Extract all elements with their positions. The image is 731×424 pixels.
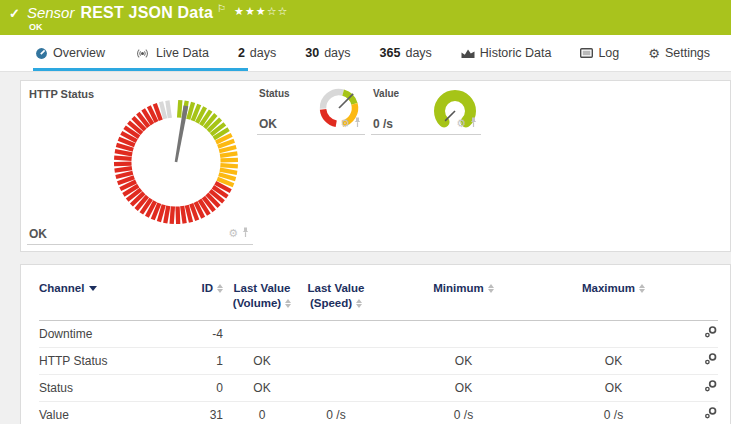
minimum-value: [371, 320, 556, 347]
tab-number: 2: [238, 46, 245, 60]
sort-both-icon: [488, 284, 494, 293]
log-icon: [580, 48, 593, 58]
tab-2-days[interactable]: 2days: [238, 46, 276, 60]
gauge-icon: [35, 47, 48, 60]
channel-value: OK: [29, 227, 47, 241]
last-value-volume: OK: [223, 347, 301, 374]
cog-icon: ⚙: [648, 47, 660, 60]
tab-label: days: [324, 46, 350, 60]
channel-value: 0 /s: [373, 117, 393, 131]
http-status-gauge: [111, 97, 241, 227]
minimum-value: OK: [371, 347, 556, 374]
stars-filled: ★★★: [234, 5, 267, 17]
channel-label: HTTP Status: [29, 88, 94, 100]
sensor-header: ✓ Sensor REST JSON Data ⚐ ★★★☆☆ OK: [0, 0, 731, 35]
pin-icon[interactable]: [469, 114, 478, 132]
channel-id: -4: [171, 320, 223, 347]
flag-icon[interactable]: ⚐: [217, 3, 226, 14]
channel-cell-value: Value 0 /s ⚙: [371, 85, 481, 135]
gear-icon[interactable]: ⚙: [340, 118, 350, 129]
tab-settings[interactable]: ⚙Settings: [648, 46, 710, 60]
tab-bar: OverviewLive Data2days30days365daysHisto…: [0, 35, 731, 72]
tab-number: 30: [305, 46, 319, 60]
last-value-speed: [301, 374, 371, 401]
channel-name: Status: [39, 374, 171, 401]
status-check-icon: ✓: [9, 6, 20, 21]
sort-both-icon: [356, 299, 362, 308]
tab-number: 365: [380, 46, 401, 60]
sort-desc-icon: [89, 286, 97, 291]
tab-label: Settings: [665, 46, 710, 60]
column-header-last-value[interactable]: Last Value(Speed): [301, 275, 371, 320]
tab-label: days: [405, 46, 431, 60]
gear-icon[interactable]: ⚙: [228, 228, 238, 239]
pin-icon[interactable]: [241, 224, 250, 242]
tab-log[interactable]: Log: [580, 46, 619, 60]
last-value-speed: [301, 347, 371, 374]
sensor-status-text: OK: [29, 22, 43, 32]
pin-icon[interactable]: [353, 114, 362, 132]
broadcast-icon: [134, 48, 151, 59]
tab-30-days[interactable]: 30days: [305, 46, 350, 60]
channel-value: OK: [259, 117, 277, 131]
channel-cell-http-status: HTTP Status OK ⚙: [27, 85, 253, 245]
tab-live-data[interactable]: Live Data: [134, 46, 209, 60]
tab-label: Log: [598, 46, 619, 60]
tab-365-days[interactable]: 365days: [380, 46, 432, 60]
sensor-title: REST JSON Data: [80, 4, 213, 22]
last-value-volume: 0: [223, 401, 301, 424]
chart-icon: [461, 48, 475, 59]
channel-id: 0: [171, 374, 223, 401]
column-header-settings: [671, 275, 718, 320]
channel-id: 1: [171, 347, 223, 374]
gear-icon[interactable]: ⚙: [456, 118, 466, 129]
active-tab-underline: [33, 68, 248, 71]
maximum-value: OK: [556, 347, 671, 374]
maximum-value: [556, 320, 671, 347]
table-row-status: Status0OKOKOK: [39, 374, 718, 401]
table-row-http-status: HTTP Status1OKOKOK: [39, 347, 718, 374]
channel-name: Value: [39, 401, 171, 424]
column-header-last-value[interactable]: Last Value(Volume): [223, 275, 301, 320]
maximum-value: 0 /s: [556, 401, 671, 424]
channel-cell-status: Status OK ⚙: [257, 85, 365, 135]
table-row-downtime: Downtime-4: [39, 320, 718, 347]
last-value-speed: 0 /s: [301, 401, 371, 424]
channel-name: Downtime: [39, 320, 171, 347]
object-kind-label: Sensor: [27, 4, 75, 21]
overview-gauges-panel: HTTP Status OK ⚙ Status OK ⚙ Value 0 /s …: [20, 80, 731, 252]
minimum-value: OK: [371, 374, 556, 401]
channel-label: Status: [259, 88, 290, 99]
tab-label: Historic Data: [480, 46, 552, 60]
channel-id: 31: [171, 401, 223, 424]
tab-historic-data[interactable]: Historic Data: [461, 46, 552, 60]
tab-overview[interactable]: Overview: [35, 46, 105, 60]
sort-both-icon: [285, 299, 291, 308]
channel-table: ChannelIDLast Value(Volume)Last Value(Sp…: [39, 275, 718, 424]
column-header-minimum[interactable]: Minimum: [371, 275, 556, 320]
column-header-channel[interactable]: Channel: [39, 275, 171, 320]
sort-both-icon: [217, 284, 223, 293]
minimum-value: 0 /s: [371, 401, 556, 424]
channel-settings-icon[interactable]: [704, 352, 718, 366]
tab-label: Live Data: [156, 46, 209, 60]
last-value-speed: [301, 320, 371, 347]
channel-label: Value: [373, 88, 399, 99]
table-row-value: Value3100 /s0 /s0 /s: [39, 401, 718, 424]
column-header-maximum[interactable]: Maximum: [556, 275, 671, 320]
stars-empty: ☆☆: [267, 5, 289, 17]
channel-settings-icon[interactable]: [704, 406, 718, 420]
channel-settings-icon[interactable]: [704, 379, 718, 393]
sort-both-icon: [639, 284, 645, 293]
maximum-value: OK: [556, 374, 671, 401]
column-header-id[interactable]: ID: [171, 275, 223, 320]
tab-label: Overview: [53, 46, 105, 60]
last-value-volume: OK: [223, 374, 301, 401]
tab-label: days: [250, 46, 276, 60]
channel-settings-icon[interactable]: [704, 325, 718, 339]
channel-table-panel: ChannelIDLast Value(Volume)Last Value(Sp…: [20, 264, 731, 424]
channel-name: HTTP Status: [39, 347, 171, 374]
priority-stars[interactable]: ★★★☆☆: [234, 5, 288, 18]
last-value-volume: [223, 320, 301, 347]
